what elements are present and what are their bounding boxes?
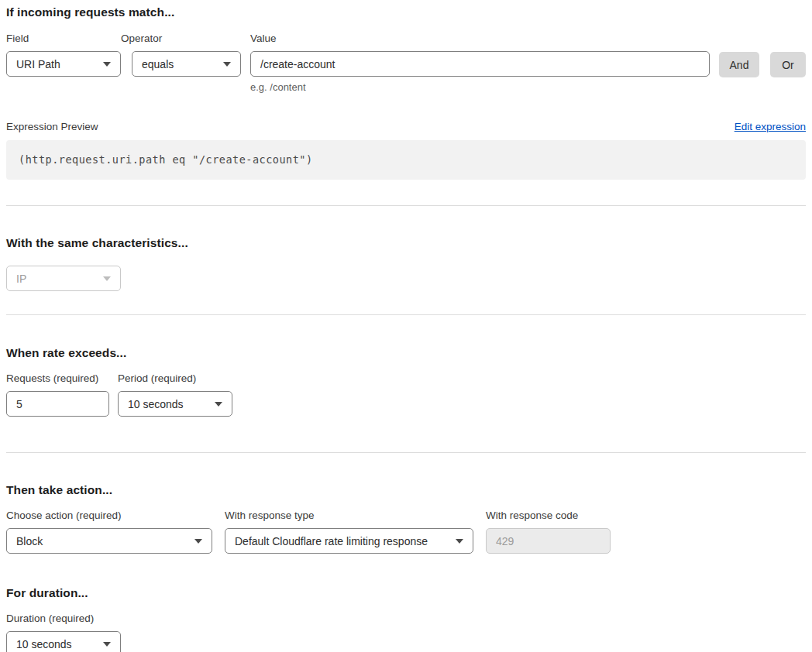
rate-heading: When rate exceeds... — [6, 346, 806, 360]
response-code-group: With response code — [486, 510, 611, 554]
section-divider — [6, 314, 806, 315]
choose-action-select[interactable]: Block — [6, 528, 212, 554]
requests-group: Requests (required) — [6, 372, 109, 417]
characteristics-heading: With the same characteristics... — [6, 236, 806, 250]
duration-label: Duration (required) — [6, 613, 806, 624]
action-heading: Then take action... — [6, 483, 806, 497]
response-type-select[interactable]: Default Cloudflare rate limiting respons… — [225, 528, 473, 554]
and-button[interactable]: And — [719, 52, 759, 77]
characteristic-select: IP — [6, 266, 121, 291]
choose-action-group: Choose action (required) Block — [6, 510, 212, 554]
period-select[interactable]: 10 seconds — [118, 391, 232, 417]
match-heading: If incoming requests match... — [6, 5, 806, 19]
field-select[interactable]: URI Path — [6, 51, 121, 77]
operator-select[interactable]: equals — [132, 51, 241, 77]
value-group: Value e.g. /content — [250, 33, 710, 93]
rate-row: Requests (required) Period (required) 10… — [6, 372, 806, 417]
operator-label: Operator — [121, 33, 241, 44]
period-label: Period (required) — [118, 372, 232, 384]
section-divider — [6, 205, 806, 206]
field-group: Field URI Path — [6, 33, 121, 77]
operator-select-value: equals — [142, 58, 174, 70]
response-type-label: With response type — [225, 510, 473, 521]
field-select-value: URI Path — [16, 58, 60, 70]
period-select-value: 10 seconds — [128, 398, 184, 410]
expression-preview-header: Expression Preview Edit expression — [6, 121, 806, 132]
section-match: If incoming requests match... Field URI … — [6, 5, 806, 180]
chevron-down-icon — [456, 539, 463, 544]
match-condition-row: Field URI Path Operator equals Value e.g… — [6, 33, 806, 93]
section-rate: When rate exceeds... Requests (required)… — [6, 346, 806, 417]
chevron-down-icon — [194, 539, 202, 544]
operator-group: Operator equals — [121, 33, 241, 77]
action-row: Choose action (required) Block With resp… — [6, 510, 806, 554]
section-divider — [6, 452, 806, 453]
duration-select-value: 10 seconds — [16, 638, 72, 650]
period-group: Period (required) 10 seconds — [118, 372, 232, 417]
chevron-down-icon — [215, 402, 222, 407]
value-input[interactable] — [250, 51, 710, 77]
duration-select[interactable]: 10 seconds — [6, 631, 121, 652]
section-action: Then take action... Choose action (requi… — [6, 483, 806, 554]
chevron-down-icon — [103, 276, 111, 281]
duration-heading: For duration... — [6, 586, 806, 600]
response-code-label: With response code — [486, 510, 611, 521]
response-type-select-value: Default Cloudflare rate limiting respons… — [235, 535, 428, 547]
choose-action-select-value: Block — [16, 535, 43, 547]
requests-input[interactable] — [6, 391, 109, 417]
chevron-down-icon — [103, 62, 111, 67]
choose-action-label: Choose action (required) — [6, 510, 212, 521]
section-characteristics: With the same characteristics... IP — [6, 236, 806, 291]
value-label: Value — [250, 33, 710, 44]
chevron-down-icon — [223, 62, 231, 67]
response-type-group: With response type Default Cloudflare ra… — [225, 510, 473, 554]
requests-label: Requests (required) — [6, 372, 109, 384]
expression-preview-label: Expression Preview — [6, 121, 98, 132]
chevron-down-icon — [103, 642, 111, 647]
or-button[interactable]: Or — [770, 52, 806, 77]
expression-preview-code: (http.request.uri.path eq "/create-accou… — [6, 140, 806, 180]
section-duration: For duration... Duration (required) 10 s… — [6, 586, 806, 652]
value-hint: e.g. /content — [250, 81, 710, 93]
characteristic-select-value: IP — [16, 273, 26, 285]
response-code-input — [486, 528, 611, 554]
edit-expression-link[interactable]: Edit expression — [735, 121, 806, 132]
field-label: Field — [6, 33, 121, 44]
